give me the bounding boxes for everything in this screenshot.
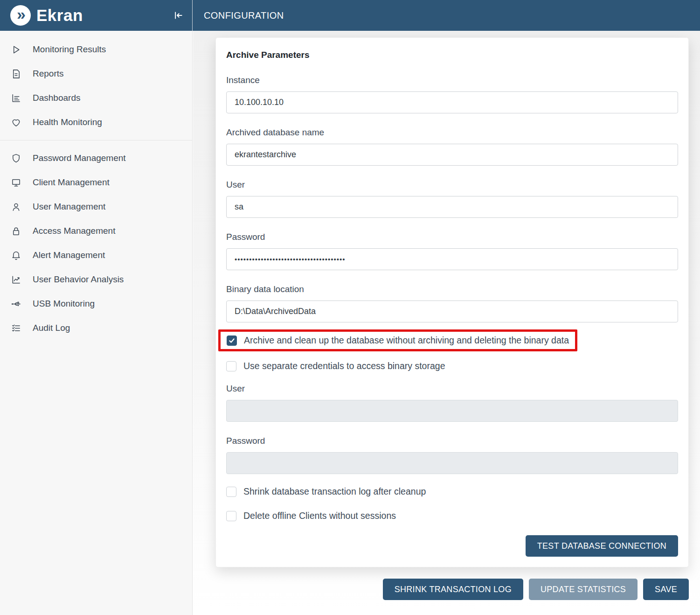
binary-data-location-input[interactable] xyxy=(226,301,678,322)
binary-data-location-field: Binary data location xyxy=(226,284,678,322)
sidebar-group-management: Password Management Client Management Us… xyxy=(0,146,192,340)
sidebar-item-label: User Management xyxy=(33,202,105,212)
collapse-sidebar-button[interactable] xyxy=(170,7,186,23)
archived-database-name-field: Archived database name xyxy=(226,127,678,166)
archive-parameters-panel: Archive Parameters Instance Archived dat… xyxy=(215,37,689,567)
ekran-logo-icon: » xyxy=(10,5,31,26)
shrink-transaction-log-button[interactable]: SHRINK TRANSACTION LOG xyxy=(383,579,523,600)
play-icon xyxy=(11,44,21,55)
footer-actions: SHRINK TRANSACTION LOG UPDATE STATISTICS… xyxy=(193,579,689,600)
test-database-connection-button[interactable]: TEST DATABASE CONNECTION xyxy=(526,535,678,557)
sidebar-item-access-management[interactable]: Access Management xyxy=(0,219,192,243)
sidebar-item-label: Alert Management xyxy=(33,250,105,260)
instance-label: Instance xyxy=(226,75,678,85)
checkmark-icon xyxy=(229,337,235,344)
sidebar-item-monitoring-results[interactable]: Monitoring Results xyxy=(0,37,192,62)
sidebar-item-label: User Behavior Analysis xyxy=(33,274,124,285)
binary-password-input xyxy=(226,452,678,474)
sidebar-item-label: Health Monitoring xyxy=(33,117,102,127)
archived-database-name-label: Archived database name xyxy=(226,127,678,138)
page-title: CONFIGURATION xyxy=(204,0,284,31)
sidebar-item-label: Audit Log xyxy=(33,323,70,333)
app-header: » Ekran CONFIGURATION xyxy=(0,0,700,31)
binary-user-field: User xyxy=(226,384,678,422)
delete-offline-row: Delete offline Clients without sessions xyxy=(226,510,678,521)
panel-title: Archive Parameters xyxy=(226,50,678,60)
password-label: Password xyxy=(226,232,678,242)
sidebar-item-label: Client Management xyxy=(33,177,110,188)
test-connection-row: TEST DATABASE CONNECTION xyxy=(226,535,678,557)
bell-icon xyxy=(11,250,21,261)
separate-credentials-label: Use separate credentials to access binar… xyxy=(243,361,445,371)
delete-offline-label: Delete offline Clients without sessions xyxy=(243,510,396,521)
separate-credentials-row: Use separate credentials to access binar… xyxy=(226,361,678,371)
password-field: Password xyxy=(226,232,678,270)
instance-input[interactable] xyxy=(226,91,678,113)
binary-user-label: User xyxy=(226,384,678,394)
user-label: User xyxy=(226,180,678,190)
sidebar-item-usb-monitoring[interactable]: USB Monitoring xyxy=(0,292,192,316)
collapse-arrow-icon xyxy=(172,9,184,21)
sidebar-item-label: Monitoring Results xyxy=(33,44,106,55)
delete-offline-checkbox[interactable] xyxy=(226,511,236,521)
instance-field: Instance xyxy=(226,75,678,113)
heart-icon xyxy=(11,117,21,128)
monitor-icon xyxy=(11,177,21,188)
shrink-log-checkbox[interactable] xyxy=(226,487,236,497)
user-icon xyxy=(11,202,21,212)
sidebar-item-label: Password Management xyxy=(33,153,126,163)
binary-password-label: Password xyxy=(226,436,678,446)
logo-chevron-glyph: » xyxy=(17,6,24,22)
binary-user-input xyxy=(226,400,678,422)
sidebar-item-user-behavior-analysis[interactable]: User Behavior Analysis xyxy=(0,267,192,292)
sidebar-item-label: USB Monitoring xyxy=(33,299,95,309)
shrink-log-row: Shrink database transaction log after cl… xyxy=(226,486,678,497)
password-input[interactable] xyxy=(226,248,678,270)
report-icon xyxy=(11,69,21,79)
archived-database-name-input[interactable] xyxy=(226,144,678,166)
sidebar: Monitoring Results Reports Dashboards He… xyxy=(0,31,193,615)
chart-line-icon xyxy=(11,274,21,285)
binary-password-field: Password xyxy=(226,436,678,474)
separate-credentials-checkbox[interactable] xyxy=(226,361,236,371)
user-input[interactable] xyxy=(226,196,678,218)
brand: » Ekran xyxy=(0,0,193,31)
update-statistics-button[interactable]: UPDATE STATISTICS xyxy=(529,579,638,600)
shield-icon xyxy=(11,153,21,164)
sidebar-item-audit-log[interactable]: Audit Log xyxy=(0,316,192,340)
usb-icon xyxy=(11,299,21,309)
sidebar-group-monitoring: Monitoring Results Reports Dashboards He… xyxy=(0,37,192,134)
sidebar-item-dashboards[interactable]: Dashboards xyxy=(0,86,192,110)
binary-data-location-label: Binary data location xyxy=(226,284,678,294)
main-content: Archive Parameters Instance Archived dat… xyxy=(193,31,700,615)
sidebar-item-label: Reports xyxy=(33,69,64,79)
sidebar-item-label: Dashboards xyxy=(33,93,80,103)
sidebar-item-user-management[interactable]: User Management xyxy=(0,195,192,219)
checklist-icon xyxy=(11,323,21,334)
user-field: User xyxy=(226,180,678,218)
lock-icon xyxy=(11,226,21,237)
archive-cleanup-label: Archive and clean up the database withou… xyxy=(244,335,569,346)
sidebar-item-reports[interactable]: Reports xyxy=(0,62,192,86)
save-button[interactable]: SAVE xyxy=(643,579,689,600)
sidebar-item-health-monitoring[interactable]: Health Monitoring xyxy=(0,110,192,134)
highlighted-checkbox-row: Archive and clean up the database withou… xyxy=(218,329,577,351)
sidebar-item-client-management[interactable]: Client Management xyxy=(0,170,192,195)
sidebar-divider xyxy=(0,140,192,140)
sidebar-item-label: Access Management xyxy=(33,226,115,236)
sidebar-item-alert-management[interactable]: Alert Management xyxy=(0,243,192,267)
brand-name: Ekran xyxy=(36,6,83,25)
archive-cleanup-checkbox[interactable] xyxy=(227,335,237,346)
dashboard-icon xyxy=(11,93,21,104)
sidebar-item-password-management[interactable]: Password Management xyxy=(0,146,192,170)
shrink-log-label: Shrink database transaction log after cl… xyxy=(243,486,426,497)
